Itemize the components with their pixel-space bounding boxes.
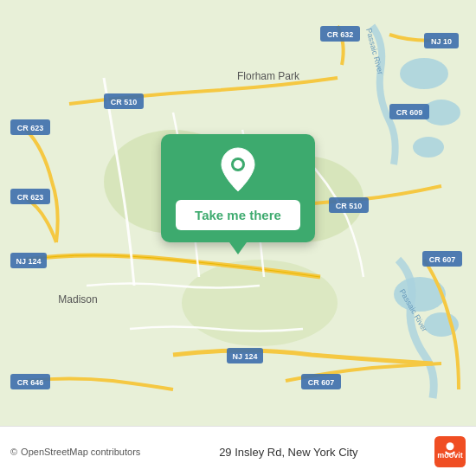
osm-attribution: © OpenStreetMap contributors bbox=[10, 447, 150, 457]
svg-text:CR 646: CR 646 bbox=[17, 378, 44, 387]
address-text: 29 Insley Rd, New York City bbox=[219, 446, 357, 459]
svg-point-37 bbox=[234, 160, 242, 169]
svg-text:CR 632: CR 632 bbox=[327, 30, 354, 39]
copyright-symbol: © bbox=[10, 447, 17, 457]
svg-point-40 bbox=[447, 442, 454, 450]
map-container: CR 510 CR 510 CR 609 NJ 10 CR 623 CR 623… bbox=[0, 0, 476, 476]
svg-point-2 bbox=[413, 137, 444, 158]
bottom-bar: © OpenStreetMap contributors 29 Insley R… bbox=[0, 426, 476, 476]
moovit-logo-icon: moovit bbox=[434, 436, 466, 467]
svg-text:CR 623: CR 623 bbox=[17, 124, 44, 132]
popup-card: Take me there bbox=[161, 134, 315, 242]
svg-text:moovit: moovit bbox=[437, 451, 463, 460]
svg-text:CR 510: CR 510 bbox=[336, 202, 363, 210]
moovit-logo: moovit bbox=[434, 436, 466, 467]
svg-text:CR 510: CR 510 bbox=[111, 98, 138, 106]
svg-text:CR 607: CR 607 bbox=[429, 255, 456, 264]
svg-text:CR 623: CR 623 bbox=[17, 193, 44, 202]
svg-text:Madison: Madison bbox=[58, 293, 97, 306]
address-info: 29 Insley Rd, New York City bbox=[150, 444, 428, 460]
svg-text:NJ 124: NJ 124 bbox=[16, 257, 41, 266]
svg-point-0 bbox=[400, 58, 448, 89]
svg-point-7 bbox=[182, 260, 338, 346]
svg-text:NJ 124: NJ 124 bbox=[232, 352, 257, 361]
osm-text: OpenStreetMap contributors bbox=[21, 447, 140, 457]
svg-text:Florham Park: Florham Park bbox=[237, 70, 300, 82]
svg-text:CR 609: CR 609 bbox=[396, 108, 423, 117]
svg-text:NJ 10: NJ 10 bbox=[431, 37, 452, 46]
location-pin-icon bbox=[215, 146, 261, 193]
take-me-there-button[interactable]: Take me there bbox=[176, 200, 300, 230]
svg-text:CR 607: CR 607 bbox=[308, 378, 335, 387]
